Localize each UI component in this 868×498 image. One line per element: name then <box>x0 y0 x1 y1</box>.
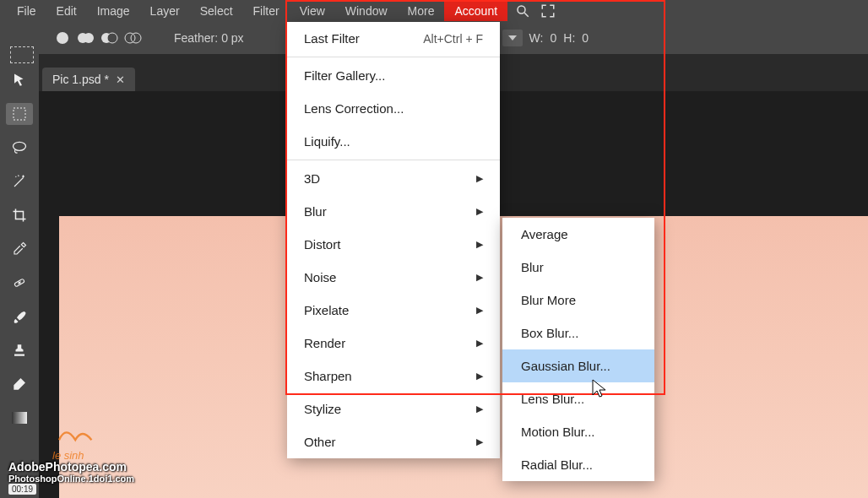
video-timestamp: 00:19 <box>8 484 36 495</box>
menu-more[interactable]: More <box>398 1 445 21</box>
eraser-tool-icon[interactable] <box>6 373 33 395</box>
filter-dropdown: Last Filter Alt+Ctrl + F Filter Gallery.… <box>287 22 500 458</box>
submenu-arrow-icon: ▶ <box>476 371 483 382</box>
marquee-tool-icon[interactable] <box>6 103 33 125</box>
submenuitem-blur[interactable]: Blur <box>502 251 654 284</box>
menu-account[interactable]: Account <box>444 1 507 21</box>
svg-line-1 <box>524 13 529 17</box>
submenuitem-lens-blur[interactable]: Lens Blur... <box>502 382 654 415</box>
shape-single-icon[interactable] <box>52 28 73 48</box>
stamp-tool-icon[interactable] <box>6 339 33 361</box>
menu-view[interactable]: View <box>290 1 335 21</box>
menu-window[interactable]: Window <box>335 1 398 21</box>
menuitem-lens-correction[interactable]: Lens Correction... <box>287 92 500 125</box>
menuitem-stylize[interactable]: Stylize▶ <box>287 392 500 425</box>
brush-tool-icon[interactable] <box>6 306 33 327</box>
menuitem-other[interactable]: Other▶ <box>287 425 500 458</box>
site-watermark-2: PhotoshopOnline.1doi1.com <box>8 474 134 484</box>
menuitem-sharpen[interactable]: Sharpen▶ <box>287 360 500 392</box>
crop-tool-icon[interactable] <box>6 204 33 226</box>
submenuitem-blur-more[interactable]: Blur More <box>502 284 654 317</box>
svg-rect-9 <box>14 108 25 120</box>
width-label: W: <box>529 31 544 45</box>
svg-point-4 <box>84 33 94 43</box>
shape-add-icon[interactable] <box>76 28 96 48</box>
wh-group: W: 0 H: 0 <box>502 30 589 46</box>
svg-point-6 <box>107 33 117 43</box>
feather-label: Feather: <box>174 31 218 45</box>
menuitem-liquify[interactable]: Liquify... <box>287 125 500 158</box>
menuitem-render[interactable]: Render▶ <box>287 327 500 360</box>
feather-group: Feather: 0 px <box>174 31 244 45</box>
gradient-tool-icon[interactable] <box>6 407 33 429</box>
menu-file[interactable]: File <box>7 1 46 21</box>
shortcut-label: Alt+Ctrl + F <box>423 32 483 46</box>
shape-intersect-icon[interactable] <box>123 28 144 48</box>
menuitem-3d[interactable]: 3D▶ <box>287 162 500 195</box>
site-watermark-1: AdobePhotopea.com <box>8 460 127 474</box>
menuitem-distort[interactable]: Distort▶ <box>287 228 500 261</box>
fullscreen-icon[interactable] <box>538 1 558 21</box>
svg-point-0 <box>518 6 525 14</box>
menu-edit[interactable]: Edit <box>46 1 87 21</box>
menuitem-blur[interactable]: Blur▶ <box>287 195 500 228</box>
document-tab[interactable]: Pic 1.psd * ✕ <box>42 68 135 91</box>
submenu-arrow-icon: ▶ <box>476 338 483 349</box>
svg-point-7 <box>125 33 135 43</box>
submenu-arrow-icon: ▶ <box>476 173 483 184</box>
svg-rect-14 <box>12 412 27 424</box>
menuitem-pixelate[interactable]: Pixelate▶ <box>287 294 500 327</box>
marquee-tool-preview-icon <box>10 46 34 63</box>
menuitem-filter-gallery[interactable]: Filter Gallery... <box>287 59 500 92</box>
menubar: File Edit Image Layer Select Filter View… <box>0 0 868 22</box>
blur-submenu: Average Blur Blur More Box Blur... Gauss… <box>502 218 654 481</box>
submenuitem-gaussian-blur[interactable]: Gaussian Blur... <box>502 349 654 382</box>
menuitem-noise[interactable]: Noise▶ <box>287 261 500 294</box>
width-value[interactable]: 0 <box>550 31 556 45</box>
svg-point-8 <box>131 33 141 43</box>
menu-select[interactable]: Select <box>190 1 243 21</box>
submenu-arrow-icon: ▶ <box>476 239 483 250</box>
style-dropdown-icon[interactable] <box>502 30 523 46</box>
submenuitem-motion-blur[interactable]: Motion Blur... <box>502 415 654 448</box>
submenu-arrow-icon: ▶ <box>476 305 483 316</box>
lasso-tool-icon[interactable] <box>6 137 33 159</box>
svg-point-10 <box>14 142 26 150</box>
submenu-arrow-icon: ▶ <box>476 403 483 414</box>
height-value[interactable]: 0 <box>582 31 589 45</box>
menu-image[interactable]: Image <box>87 1 140 21</box>
move-tool-icon[interactable] <box>6 69 33 91</box>
healing-tool-icon[interactable] <box>6 272 33 294</box>
shape-subtract-icon[interactable] <box>100 28 120 48</box>
close-tab-icon[interactable]: ✕ <box>116 73 125 86</box>
submenuitem-average[interactable]: Average <box>502 218 654 251</box>
brand-watermark-canvas: le sinh <box>52 422 100 462</box>
magic-wand-tool-icon[interactable] <box>6 171 33 192</box>
menu-layer[interactable]: Layer <box>140 1 190 21</box>
tab-title: Pic 1.psd * <box>52 73 109 86</box>
eyedropper-tool-icon[interactable] <box>6 238 33 260</box>
menuitem-last-filter[interactable]: Last Filter Alt+Ctrl + F <box>287 22 500 55</box>
submenu-arrow-icon: ▶ <box>476 272 483 283</box>
toolbox <box>0 54 39 498</box>
svg-point-2 <box>57 32 68 44</box>
selection-shape-cluster <box>52 28 144 48</box>
height-label: H: <box>563 31 575 45</box>
search-icon[interactable] <box>513 1 533 21</box>
feather-value[interactable]: 0 px <box>221 31 243 45</box>
submenuitem-radial-blur[interactable]: Radial Blur... <box>502 448 654 481</box>
submenuitem-box-blur[interactable]: Box Blur... <box>502 317 654 349</box>
submenu-arrow-icon: ▶ <box>476 206 483 217</box>
menu-filter[interactable]: Filter <box>243 1 290 21</box>
submenu-arrow-icon: ▶ <box>476 436 483 447</box>
